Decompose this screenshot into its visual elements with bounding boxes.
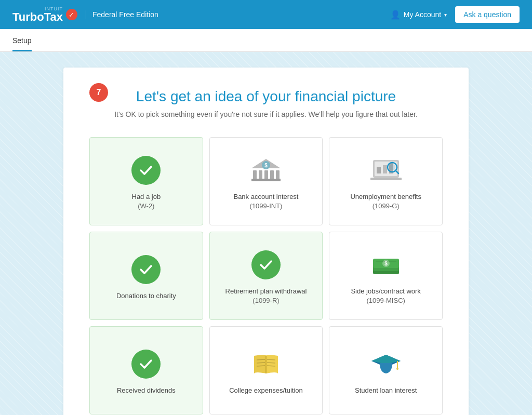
options-grid: Had a job(W-2) [89,137,443,414]
side-jobs-label: Side jobs/contract work(1099-MISC) [351,287,420,305]
app-header: intuit TurboTax ✓ Federal Free Edition 👤… [0,0,532,29]
dividends-label: Received dividends [117,386,176,395]
dividends-icon [129,347,163,381]
svg-rect-4 [276,170,280,180]
had-job-item[interactable]: Had a job(W-2) [89,137,203,225]
unemployment-icon [369,154,403,187]
donations-icon [129,253,163,286]
retirement-label: Retirement plan withdrawal(1099-R) [225,287,307,305]
person-icon: 👤 [390,10,401,20]
svg-line-26 [257,366,265,366]
svg-line-25 [257,363,265,363]
unemployment-item[interactable]: Unemployment benefits(1099-G) [329,137,443,225]
main-card: 7 Let's get an idea of your financial pi… [63,68,469,415]
my-account-label: My Account [404,10,441,19]
donations-label: Donations to charity [116,291,176,301]
svg-rect-17 [370,178,402,180]
svg-point-34 [396,368,398,370]
svg-rect-11 [377,167,381,173]
turbotax-logo: intuit TurboTax ✓ [12,7,77,23]
nav-bar: Setup [0,29,532,52]
bank-icon: $ [249,154,283,187]
student-loan-label: Student loan interest [355,386,417,395]
svg-line-27 [267,359,275,360]
page-subtitle: It's OK to pick something even if you're… [89,110,443,118]
header-left: intuit TurboTax ✓ Federal Free Edition [12,7,158,23]
graduation-icon [369,347,403,381]
svg-rect-0 [253,170,257,180]
chevron-down-icon: ▾ [444,12,447,18]
had-job-icon [129,154,163,187]
svg-line-24 [257,359,265,360]
svg-line-29 [267,366,275,366]
edition-label: Federal Free Edition [86,10,158,19]
ask-question-button[interactable]: Ask a question [455,6,520,23]
setup-tab[interactable]: Setup [12,31,32,51]
svg-line-28 [267,363,275,363]
page-title: Let's get an idea of your financial pict… [89,88,443,105]
svg-text:$: $ [264,163,268,168]
retirement-item[interactable]: Retirement plan withdrawal(1099-R) [209,232,323,320]
svg-point-15 [389,164,395,170]
brand-name: TurboTax [12,11,63,23]
college-label: College expenses/tuition [229,386,303,395]
donations-item[interactable]: Donations to charity [89,232,203,320]
svg-rect-2 [264,170,268,180]
header-right: 👤 My Account ▾ Ask a question [390,6,520,23]
selection-badge: 7 [89,83,108,102]
svg-rect-1 [259,170,262,180]
svg-rect-3 [270,170,274,180]
my-account-button[interactable]: 👤 My Account ▾ [390,10,447,20]
retirement-icon [249,248,283,282]
svg-rect-5 [251,179,281,181]
had-job-label: Had a job(W-2) [132,192,161,211]
college-item[interactable]: College expenses/tuition [209,326,323,414]
svg-rect-12 [383,165,387,173]
student-loan-item[interactable]: Student loan interest [329,326,443,414]
unemployment-label: Unemployment benefits(1099-G) [350,192,421,211]
svg-text:$: $ [384,261,388,266]
side-jobs-item[interactable]: $ Side jobs/contract work(1099-MISC) [329,232,443,320]
dividends-item[interactable]: Received dividends [89,326,203,414]
book-icon [249,347,283,381]
logo-checkmark: ✓ [66,9,77,20]
bank-interest-label: Bank account interest(1099-INT) [233,192,298,211]
bank-interest-item[interactable]: $ Bank account interest(1099-INT) [209,137,323,225]
side-jobs-icon: $ [369,248,403,282]
content-area: 7 Let's get an idea of your financial pi… [0,52,532,415]
